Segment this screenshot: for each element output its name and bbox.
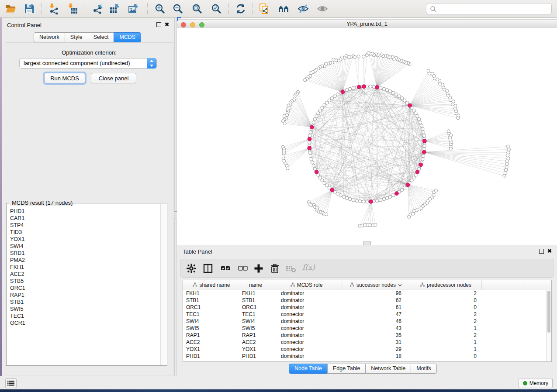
network-node[interactable]: [451, 103, 454, 106]
network-node[interactable]: [349, 198, 352, 201]
network-node[interactable]: [431, 72, 434, 75]
network-node[interactable]: [382, 198, 385, 201]
mcds-result-item[interactable]: ACE2: [7, 271, 161, 278]
network-node[interactable]: [392, 91, 395, 94]
network-node[interactable]: [353, 55, 356, 58]
network-node[interactable]: [400, 96, 403, 100]
network-node[interactable]: [506, 154, 509, 157]
network-node[interactable]: [349, 87, 352, 90]
refresh-layout-icon[interactable]: [235, 3, 246, 14]
column-header-name[interactable]: name: [240, 280, 271, 290]
network-node[interactable]: [369, 85, 372, 88]
network-node[interactable]: [312, 121, 315, 124]
network-node[interactable]: [283, 122, 286, 125]
tab-style[interactable]: Style: [65, 32, 88, 42]
close-panel-button[interactable]: Close panel: [91, 73, 136, 83]
network-node[interactable]: [367, 52, 370, 55]
network-node[interactable]: [345, 196, 348, 199]
hide-selected-icon[interactable]: [298, 3, 309, 14]
network-node[interactable]: [321, 179, 324, 182]
delete-table-icon[interactable]: [286, 263, 296, 274]
network-node[interactable]: [392, 194, 395, 197]
network-node[interactable]: [398, 95, 401, 98]
mcds-network-node[interactable]: [408, 103, 412, 107]
network-node[interactable]: [418, 118, 421, 121]
mcds-result-item[interactable]: PMA2: [7, 257, 161, 264]
tab-select[interactable]: Select: [88, 32, 114, 42]
export-table-icon[interactable]: [109, 3, 121, 14]
table-row[interactable]: SWI4SWI4dominator462: [183, 318, 547, 325]
first-neighbors-icon[interactable]: [278, 3, 290, 14]
show-all-icon[interactable]: [317, 3, 328, 14]
mcds-network-node[interactable]: [422, 150, 426, 154]
clone-network-icon[interactable]: [259, 3, 270, 14]
network-node[interactable]: [315, 115, 318, 118]
tab-edge-table[interactable]: Edge Table: [327, 364, 366, 374]
mcds-result-item[interactable]: YOX1: [7, 236, 161, 243]
network-node[interactable]: [504, 172, 507, 175]
split-columns-icon[interactable]: [203, 263, 213, 274]
network-node[interactable]: [412, 176, 415, 179]
network-node[interactable]: [308, 141, 311, 144]
network-node[interactable]: [507, 151, 510, 154]
network-node[interactable]: [323, 103, 326, 107]
network-node[interactable]: [317, 112, 320, 115]
run-mcds-button[interactable]: Run MCDS: [44, 73, 85, 83]
mcds-network-node[interactable]: [357, 85, 361, 89]
network-node[interactable]: [385, 196, 388, 199]
network-node[interactable]: [309, 72, 312, 75]
network-node[interactable]: [507, 148, 510, 151]
network-window-titlebar[interactable]: YPA_prune.txt_1: [177, 19, 557, 28]
close-panel-icon[interactable]: ✖: [165, 23, 169, 27]
network-node[interactable]: [309, 131, 312, 134]
mcds-network-node[interactable]: [375, 86, 379, 89]
mcds-result-item[interactable]: FKH1: [7, 264, 161, 271]
mcds-result-item[interactable]: RAP1: [7, 292, 161, 299]
table-row[interactable]: TEC1TEC1connector472: [183, 311, 547, 318]
network-node[interactable]: [421, 127, 424, 131]
network-node[interactable]: [333, 95, 336, 98]
network-node[interactable]: [352, 199, 355, 202]
close-table-panel-icon[interactable]: ✖: [547, 249, 552, 253]
network-node[interactable]: [410, 179, 413, 182]
network-node[interactable]: [308, 151, 311, 154]
import-table-icon[interactable]: [67, 3, 78, 14]
table-row[interactable]: PHD1PHD1dominator180: [183, 353, 547, 360]
table-row[interactable]: ORC1ORC1dominator610: [183, 304, 547, 311]
network-node[interactable]: [394, 93, 398, 96]
mcds-result-item[interactable]: SWI4: [7, 243, 161, 250]
mcds-network-node[interactable]: [330, 188, 334, 192]
column-header-predecessor-nodes[interactable]: predecessor nodes: [410, 280, 482, 290]
network-node[interactable]: [330, 96, 333, 100]
deselect-all-icon[interactable]: [238, 263, 248, 274]
function-builder-icon[interactable]: f(x): [302, 263, 313, 273]
network-node[interactable]: [507, 157, 510, 160]
float-table-panel-icon[interactable]: [539, 249, 544, 254]
table-scrollbar[interactable]: [546, 290, 551, 361]
tab-network[interactable]: Network: [34, 32, 65, 42]
mcds-result-item[interactable]: STP4: [7, 222, 161, 229]
network-node[interactable]: [359, 199, 362, 203]
network-node[interactable]: [357, 55, 360, 58]
tab-mcds[interactable]: MCDS: [114, 32, 141, 42]
network-node[interactable]: [352, 86, 355, 89]
float-panel-icon[interactable]: [156, 22, 161, 27]
network-node[interactable]: [505, 165, 508, 168]
network-node[interactable]: [427, 69, 430, 72]
mcds-result-item[interactable]: STB1: [7, 299, 161, 306]
tab-node-table[interactable]: Node Table: [289, 364, 328, 374]
network-node[interactable]: [382, 87, 385, 90]
network-node[interactable]: [400, 188, 403, 191]
network-node[interactable]: [414, 112, 417, 115]
network-node[interactable]: [403, 186, 406, 189]
network-node[interactable]: [376, 199, 379, 202]
mcds-result-item[interactable]: SRD1: [7, 250, 161, 257]
mcds-list-scrollbar[interactable]: [160, 204, 166, 365]
network-node[interactable]: [422, 131, 425, 134]
network-node[interactable]: [323, 181, 326, 184]
table-scrollbar-thumb[interactable]: [547, 291, 550, 333]
network-node[interactable]: [355, 199, 358, 202]
network-node[interactable]: [389, 195, 392, 198]
network-node[interactable]: [339, 194, 342, 197]
zoom-out-icon[interactable]: [172, 3, 183, 14]
